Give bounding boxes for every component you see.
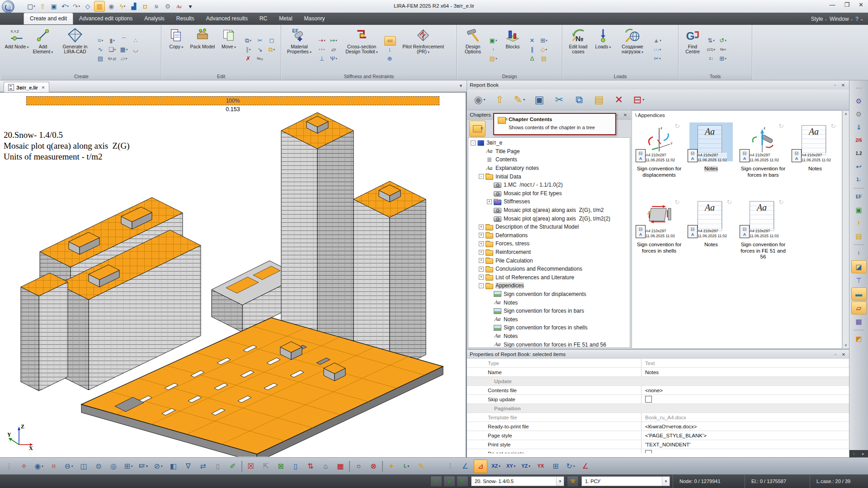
support-icon[interactable]: ⊥ bbox=[316, 54, 327, 63]
next-loadcase-icon[interactable]: ▼ bbox=[457, 476, 468, 487]
property-row[interactable]: Page style <'PAGE_STYLE_BLANK'> bbox=[467, 431, 849, 440]
select-horizontal-icon[interactable]: ⊜ bbox=[92, 460, 105, 473]
torch-icon[interactable]: ✦ bbox=[385, 460, 398, 473]
slab-plan-icon[interactable]: ◇ bbox=[538, 45, 549, 54]
t-section-icon[interactable]: ⊤ bbox=[852, 274, 866, 286]
dimension-icon[interactable]: L bbox=[400, 460, 413, 473]
tree-expander-icon[interactable] bbox=[479, 157, 484, 162]
clear-results-icon[interactable]: ⇓ bbox=[852, 121, 866, 133]
copy-chapter-icon[interactable]: ⧉ bbox=[571, 92, 587, 108]
loads-button[interactable]: Loads bbox=[592, 26, 614, 73]
property-row[interactable]: Template file Book_ru_A4.docx bbox=[467, 413, 849, 422]
tree-item[interactable]: Notes bbox=[468, 332, 630, 341]
property-row[interactable]: Type Text bbox=[467, 359, 849, 368]
tree-expander-icon[interactable] bbox=[479, 174, 484, 179]
z-fxy-icon[interactable]: f(x,y) bbox=[107, 54, 118, 63]
property-row[interactable]: Print style 'TEXT_NOINDENT' bbox=[467, 440, 849, 449]
close-icon[interactable] bbox=[622, 113, 628, 117]
tree-item[interactable]: Explanatory notes bbox=[468, 164, 630, 173]
ribbon-tab[interactable]: RC bbox=[254, 13, 273, 25]
property-value[interactable]: 'TEXT_NOINDENT' bbox=[642, 442, 849, 447]
create-loads-button[interactable]: Создание нагрузок bbox=[614, 26, 651, 73]
tree-expander-icon[interactable] bbox=[487, 199, 492, 204]
import-points-icon[interactable]: ∴ bbox=[130, 36, 141, 45]
chapter-contents-button[interactable] bbox=[469, 121, 486, 137]
tree-expander-icon[interactable] bbox=[479, 250, 484, 255]
property-value[interactable]: <'PAGE_STYLE_BLANK'> bbox=[642, 433, 849, 438]
tree-item[interactable]: Notes bbox=[468, 298, 630, 307]
ribbon-tab[interactable]: Advanced edit options bbox=[73, 13, 138, 25]
tab-list-dropdown-icon[interactable]: ▼ bbox=[459, 84, 463, 88]
pin-joint-icon[interactable]: ↦ bbox=[328, 36, 339, 45]
weight-icon[interactable]: ▲ bbox=[652, 36, 663, 45]
delete-frame-icon[interactable]: ☒ bbox=[245, 460, 257, 473]
tree-expander-icon[interactable] bbox=[479, 241, 484, 246]
group-12-icon[interactable]: (12) bbox=[706, 45, 717, 54]
steel-section-icon[interactable]: I bbox=[488, 45, 499, 54]
frame-nodes-icon[interactable]: ⌗ bbox=[47, 460, 60, 473]
frame-slab-icon[interactable]: ▦ bbox=[334, 460, 347, 473]
tree-item[interactable]: Mosaic plot for FE types bbox=[468, 189, 630, 198]
analysis-combo[interactable]: 1. РСУ▼ bbox=[581, 476, 670, 486]
ribbon-tab[interactable]: Analysis bbox=[138, 13, 170, 25]
pin-icon[interactable] bbox=[832, 83, 838, 88]
bar-hinges-icon[interactable]: ⇢ bbox=[316, 36, 327, 45]
renumber-icon[interactable]: №₁₂ bbox=[255, 54, 265, 63]
design-options-button[interactable]: Design Options bbox=[459, 26, 487, 73]
tree-expander-icon[interactable] bbox=[479, 166, 484, 171]
pack-model-button[interactable]: Pack Model bbox=[189, 26, 216, 73]
copy-button[interactable]: Copy bbox=[163, 26, 189, 73]
document-tab[interactable]: Звіт_e.lir ✕ bbox=[4, 82, 49, 93]
window-menu[interactable]: Window bbox=[830, 16, 854, 22]
print-fragment-icon[interactable]: ⊟ bbox=[631, 92, 647, 108]
dome-icon[interactable]: ⌒ bbox=[118, 36, 129, 45]
refresh-model-icon[interactable]: ↺ bbox=[717, 36, 728, 45]
analysis-mode-icon[interactable]: ⚒ bbox=[567, 476, 579, 487]
close-icon[interactable] bbox=[840, 83, 846, 88]
tree-item[interactable]: Sign convention for forces in shells bbox=[468, 324, 630, 332]
appendix-item[interactable]: ↻ Aa z Y z bbox=[738, 197, 788, 272]
arc-icon[interactable]: ◡ bbox=[130, 45, 141, 54]
tree-item[interactable]: Contents bbox=[468, 155, 630, 164]
property-row[interactable]: Skip update bbox=[467, 395, 849, 404]
loadcase-combo[interactable]: 20. Snow- 1.4/0.5▼ bbox=[471, 476, 564, 486]
select-nodes-icon[interactable]: ◉ bbox=[33, 460, 45, 473]
help-menu[interactable]: ? bbox=[855, 16, 863, 22]
move-button[interactable]: Move bbox=[216, 26, 242, 73]
property-row[interactable]: Contents file <none> bbox=[467, 386, 849, 395]
surface-cylinder-icon[interactable]: ▮ bbox=[107, 36, 118, 45]
zoom-cancel-icon[interactable]: ⊗ bbox=[367, 460, 380, 473]
add-node-button[interactable]: X,Y,Z Add Node bbox=[4, 26, 30, 73]
save-report-icon[interactable]: ▣ bbox=[531, 92, 547, 108]
checkbox[interactable] bbox=[645, 396, 652, 403]
tree-item[interactable]: Title Page bbox=[468, 147, 630, 156]
mirror-icon[interactable]: ∥ bbox=[243, 45, 254, 54]
delete-chapter-icon[interactable]: ✕ bbox=[611, 92, 627, 108]
plate-grid-icon[interactable]: ▦ bbox=[118, 45, 129, 54]
pin-icon[interactable] bbox=[832, 352, 839, 357]
toolbar-grip-icon[interactable]: ⋮ bbox=[3, 460, 15, 473]
tab-close-icon[interactable]: ✕ bbox=[42, 85, 45, 90]
appendix-item[interactable]: ↻ Aa z Y z bbox=[634, 197, 684, 272]
window-delete-icon[interactable]: ⊠ bbox=[274, 460, 287, 473]
tree-expander-icon[interactable] bbox=[487, 216, 492, 221]
mesh-plane-icon[interactable]: ▦ bbox=[852, 315, 866, 328]
cut-icon[interactable]: ✂ bbox=[551, 92, 567, 108]
ghost-frame-icon[interactable]: ▯ bbox=[212, 460, 224, 473]
levels-icon[interactable]: Δ bbox=[527, 54, 538, 63]
storeys-copy-icon[interactable]: ⊞ bbox=[538, 36, 549, 45]
solid-wedge-icon[interactable]: ◪ bbox=[851, 260, 867, 273]
rigid-links-icon[interactable]: ∘∘∘ bbox=[316, 45, 327, 54]
prev-loadcase-icon[interactable]: ▲ bbox=[443, 476, 455, 487]
plate-stiffness-icon[interactable]: ▱ bbox=[328, 45, 339, 54]
ribbon-tab[interactable]: Masonry bbox=[298, 13, 331, 25]
find-centre-button[interactable]: G Find Centre bbox=[680, 26, 705, 73]
appendix-item[interactable]: ↻ Aa z Y z bbox=[686, 197, 736, 272]
add-element-button[interactable]: Add Element bbox=[30, 26, 56, 73]
appendix-item[interactable]: ↻ Aa z Y z bbox=[634, 121, 684, 197]
cc-factors-icon[interactable]: CC bbox=[384, 36, 396, 46]
property-row[interactable]: Update bbox=[467, 377, 849, 386]
tree-item[interactable]: Mosaic plot q(area) along axis Z(G), t/m… bbox=[468, 206, 630, 215]
add-rebar-icon[interactable]: ✕ bbox=[527, 36, 538, 45]
node-values-icon[interactable]: 1.2 bbox=[852, 147, 866, 160]
